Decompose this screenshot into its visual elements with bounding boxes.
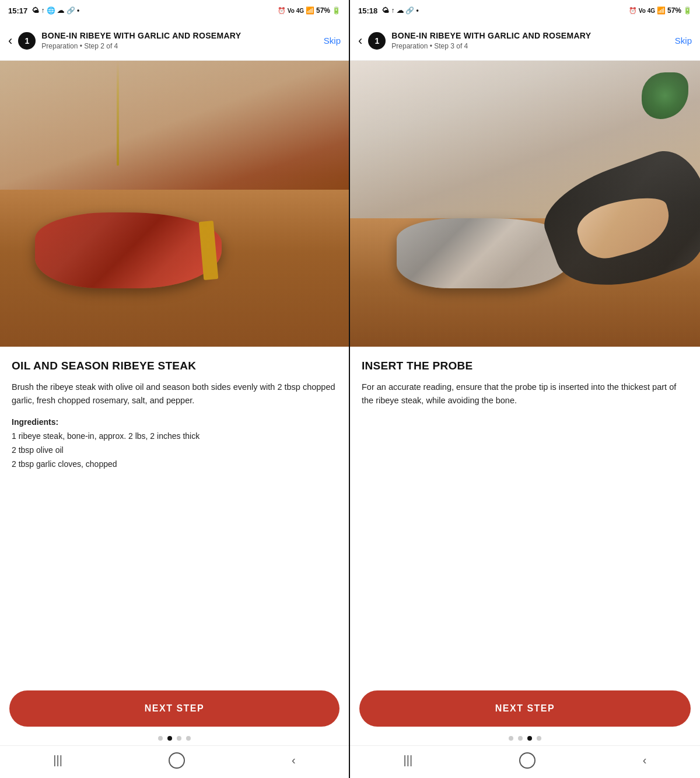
right-nav-home-icon[interactable] <box>519 752 536 769</box>
left-step-title: OIL AND SEASON RIBEYE STEAK <box>12 360 337 372</box>
right-skip-button[interactable]: Skip <box>675 36 692 46</box>
right-dot-1 <box>509 736 513 741</box>
right-nav-back-icon[interactable]: ‹ <box>643 753 647 767</box>
left-skip-button[interactable]: Skip <box>324 36 341 46</box>
left-dots-indicator <box>0 732 349 745</box>
left-ingredient-2: 2 tbsp olive oil <box>12 445 64 455</box>
right-recipe-title: BONE-IN RIBEYE WITH GARLIC AND ROSEMARY <box>391 31 668 41</box>
right-battery-icon: 🔋 <box>683 6 692 15</box>
right-next-step-label: NEXT STEP <box>495 703 555 714</box>
right-step-badge: 1 <box>368 32 386 50</box>
left-recipe-title: BONE-IN RIBEYE WITH GARLIC AND ROSEMARY <box>41 31 317 41</box>
right-status-left: 15:18 🌤 ↑ ☁ 🔗 • <box>358 6 419 15</box>
left-status-bar: 15:17 🌤 ↑ 🌐 ☁ 🔗 • ⏰ Vo 4G 📶 57% 🔋 <box>0 0 349 21</box>
right-dot-2 <box>518 736 523 741</box>
right-recipe-image <box>350 61 700 347</box>
right-nav-menu-icon[interactable]: ||| <box>404 753 413 767</box>
left-nav-home-icon[interactable] <box>169 752 185 769</box>
left-step-description: Brush the ribeye steak with olive oil an… <box>12 381 337 407</box>
left-phone-panel: 15:17 🌤 ↑ 🌐 ☁ 🔗 • ⏰ Vo 4G 📶 57% 🔋 ‹ 1 BO… <box>0 0 350 778</box>
left-battery: 57% <box>316 6 330 15</box>
left-dot-3 <box>177 736 181 741</box>
left-ingredients-header: Ingredients: <box>12 417 58 427</box>
right-step-description: For an accurate reading, ensure that the… <box>362 381 688 407</box>
left-image-overlay <box>0 61 349 347</box>
right-next-step-button[interactable]: NEXT STEP <box>359 690 691 727</box>
left-dot-4 <box>186 736 191 741</box>
right-back-button[interactable]: ‹ <box>358 33 362 48</box>
left-recipe-image <box>0 61 349 347</box>
left-signal-text: Vo 4G <box>288 8 304 14</box>
left-nav-bar: ||| ‹ <box>0 745 349 778</box>
left-time: 15:17 <box>8 6 27 15</box>
right-battery: 57% <box>667 6 681 15</box>
left-next-step-button[interactable]: NEXT STEP <box>9 690 340 727</box>
left-ingredients-section: Ingredients: 1 ribeye steak, bone-in, ap… <box>12 416 337 471</box>
left-alarm-icon: ⏰ <box>278 7 286 15</box>
left-ingredient-3: 2 tbsp garlic cloves, chopped <box>12 459 117 469</box>
left-back-button[interactable]: ‹ <box>8 33 12 48</box>
right-status-icons: 🌤 ↑ ☁ 🔗 • <box>382 6 419 15</box>
left-battery-icon: 🔋 <box>332 6 341 15</box>
right-nav-bar: ||| ‹ <box>350 745 700 778</box>
left-status-right: ⏰ Vo 4G 📶 57% 🔋 <box>278 6 341 15</box>
right-step-title: INSERT THE PROBE <box>362 360 688 372</box>
left-step-subtitle: Preparation • Step 2 of 4 <box>41 42 317 50</box>
left-ingredient-1: 1 ribeye steak, bone-in, approx. 2 lbs, … <box>12 431 200 441</box>
right-time: 15:18 <box>358 6 377 15</box>
right-image-overlay <box>350 61 700 347</box>
left-header: ‹ 1 BONE-IN RIBEYE WITH GARLIC AND ROSEM… <box>0 21 349 61</box>
left-next-step-label: NEXT STEP <box>145 703 204 714</box>
right-phone-panel: 15:18 🌤 ↑ ☁ 🔗 • ⏰ Vo 4G 📶 57% 🔋 ‹ 1 BONE… <box>350 0 700 778</box>
right-content: INSERT THE PROBE For an accurate reading… <box>350 347 700 686</box>
right-dot-3 <box>527 736 532 741</box>
left-image-background <box>0 61 349 347</box>
right-image-background <box>350 61 700 347</box>
left-content: OIL AND SEASON RIBEYE STEAK Brush the ri… <box>0 347 349 686</box>
right-status-bar: 15:18 🌤 ↑ ☁ 🔗 • ⏰ Vo 4G 📶 57% 🔋 <box>350 0 700 21</box>
left-dot-2 <box>167 736 172 741</box>
right-signal-bars: 📶 <box>657 6 666 15</box>
left-nav-back-icon[interactable]: ‹ <box>292 753 296 767</box>
left-status-left: 15:17 🌤 ↑ 🌐 ☁ 🔗 • <box>8 6 79 15</box>
left-status-icons: 🌤 ↑ 🌐 ☁ 🔗 • <box>32 6 79 15</box>
right-step-subtitle: Preparation • Step 3 of 4 <box>391 42 668 50</box>
left-signal-bars: 📶 <box>306 6 314 15</box>
right-dot-4 <box>537 736 541 741</box>
right-signal-text: Vo 4G <box>639 8 655 14</box>
right-dots-indicator <box>350 732 700 745</box>
right-status-right: ⏰ Vo 4G 📶 57% 🔋 <box>629 6 692 15</box>
right-alarm-icon: ⏰ <box>629 7 637 15</box>
right-header-info: BONE-IN RIBEYE WITH GARLIC AND ROSEMARY … <box>391 31 668 50</box>
right-header: ‹ 1 BONE-IN RIBEYE WITH GARLIC AND ROSEM… <box>350 21 700 61</box>
left-step-badge: 1 <box>18 32 36 50</box>
left-dot-1 <box>158 736 163 741</box>
left-nav-menu-icon[interactable]: ||| <box>53 753 62 767</box>
left-header-info: BONE-IN RIBEYE WITH GARLIC AND ROSEMARY … <box>41 31 317 50</box>
